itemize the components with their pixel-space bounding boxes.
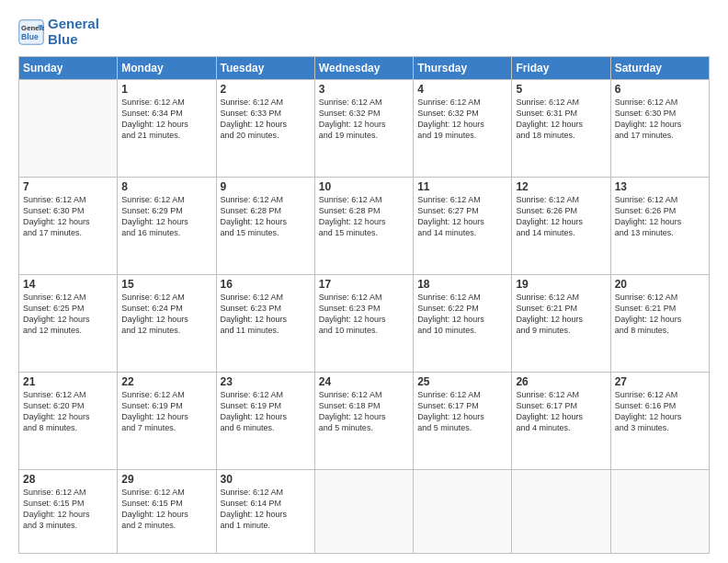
weekday-wednesday: Wednesday <box>314 57 413 80</box>
header: General Blue General Blue <box>18 17 710 47</box>
calendar-cell: 29Sunrise: 6:12 AM Sunset: 6:15 PM Dayli… <box>118 469 216 553</box>
logo-icon: General Blue <box>18 19 44 45</box>
day-number: 29 <box>121 473 211 486</box>
day-info: Sunrise: 6:12 AM Sunset: 6:32 PM Dayligh… <box>417 97 507 142</box>
day-info: Sunrise: 6:12 AM Sunset: 6:30 PM Dayligh… <box>615 97 705 142</box>
calendar-cell: 6Sunrise: 6:12 AM Sunset: 6:30 PM Daylig… <box>610 80 709 178</box>
day-info: Sunrise: 6:12 AM Sunset: 6:21 PM Dayligh… <box>615 292 705 337</box>
logo-general: General <box>48 17 99 32</box>
calendar-cell: 23Sunrise: 6:12 AM Sunset: 6:19 PM Dayli… <box>216 372 314 469</box>
day-number: 17 <box>319 278 409 291</box>
calendar-cell: 16Sunrise: 6:12 AM Sunset: 6:23 PM Dayli… <box>216 274 314 372</box>
day-number: 28 <box>23 473 113 486</box>
calendar-cell: 30Sunrise: 6:12 AM Sunset: 6:14 PM Dayli… <box>216 469 314 553</box>
day-info: Sunrise: 6:12 AM Sunset: 6:19 PM Dayligh… <box>221 389 311 434</box>
day-info: Sunrise: 6:12 AM Sunset: 6:19 PM Dayligh… <box>121 389 211 434</box>
svg-text:Blue: Blue <box>21 31 39 40</box>
calendar-cell: 21Sunrise: 6:12 AM Sunset: 6:20 PM Dayli… <box>19 372 118 469</box>
calendar-cell: 14Sunrise: 6:12 AM Sunset: 6:25 PM Dayli… <box>19 274 118 372</box>
day-info: Sunrise: 6:12 AM Sunset: 6:31 PM Dayligh… <box>516 97 606 142</box>
day-number: 5 <box>516 83 606 96</box>
calendar-cell: 12Sunrise: 6:12 AM Sunset: 6:26 PM Dayli… <box>512 177 610 274</box>
day-info: Sunrise: 6:12 AM Sunset: 6:28 PM Dayligh… <box>319 194 409 239</box>
day-info: Sunrise: 6:12 AM Sunset: 6:18 PM Dayligh… <box>319 389 409 434</box>
calendar-cell <box>610 469 709 553</box>
day-info: Sunrise: 6:12 AM Sunset: 6:22 PM Dayligh… <box>417 292 507 337</box>
day-info: Sunrise: 6:12 AM Sunset: 6:20 PM Dayligh… <box>23 389 113 434</box>
calendar-cell: 15Sunrise: 6:12 AM Sunset: 6:24 PM Dayli… <box>118 274 216 372</box>
calendar-cell: 24Sunrise: 6:12 AM Sunset: 6:18 PM Dayli… <box>314 372 413 469</box>
calendar-cell: 13Sunrise: 6:12 AM Sunset: 6:26 PM Dayli… <box>610 177 709 274</box>
day-info: Sunrise: 6:12 AM Sunset: 6:17 PM Dayligh… <box>417 389 507 434</box>
calendar-cell: 17Sunrise: 6:12 AM Sunset: 6:23 PM Dayli… <box>314 274 413 372</box>
day-number: 1 <box>121 83 211 96</box>
day-number: 3 <box>319 83 409 96</box>
week-row-3: 14Sunrise: 6:12 AM Sunset: 6:25 PM Dayli… <box>19 274 710 372</box>
day-number: 9 <box>221 180 311 193</box>
day-info: Sunrise: 6:12 AM Sunset: 6:21 PM Dayligh… <box>516 292 606 337</box>
day-number: 4 <box>417 83 507 96</box>
day-number: 25 <box>417 375 507 388</box>
day-number: 26 <box>516 375 606 388</box>
calendar-cell <box>512 469 610 553</box>
day-info: Sunrise: 6:12 AM Sunset: 6:29 PM Dayligh… <box>121 194 211 239</box>
day-number: 15 <box>121 278 211 291</box>
calendar-cell: 20Sunrise: 6:12 AM Sunset: 6:21 PM Dayli… <box>610 274 709 372</box>
calendar-cell <box>19 80 118 178</box>
calendar-cell <box>414 469 512 553</box>
calendar-cell: 7Sunrise: 6:12 AM Sunset: 6:30 PM Daylig… <box>19 177 118 274</box>
logo-blue: Blue <box>48 32 99 48</box>
calendar-cell: 22Sunrise: 6:12 AM Sunset: 6:19 PM Dayli… <box>118 372 216 469</box>
calendar-cell: 5Sunrise: 6:12 AM Sunset: 6:31 PM Daylig… <box>512 80 610 178</box>
weekday-tuesday: Tuesday <box>216 57 314 80</box>
day-number: 19 <box>516 278 606 291</box>
day-info: Sunrise: 6:12 AM Sunset: 6:23 PM Dayligh… <box>319 292 409 337</box>
calendar-cell: 11Sunrise: 6:12 AM Sunset: 6:27 PM Dayli… <box>414 177 512 274</box>
day-info: Sunrise: 6:12 AM Sunset: 6:28 PM Dayligh… <box>221 194 311 239</box>
day-info: Sunrise: 6:12 AM Sunset: 6:33 PM Dayligh… <box>221 97 311 142</box>
day-number: 10 <box>319 180 409 193</box>
calendar-cell: 2Sunrise: 6:12 AM Sunset: 6:33 PM Daylig… <box>216 80 314 178</box>
calendar-cell: 8Sunrise: 6:12 AM Sunset: 6:29 PM Daylig… <box>118 177 216 274</box>
day-number: 13 <box>615 180 705 193</box>
day-number: 12 <box>516 180 606 193</box>
week-row-2: 7Sunrise: 6:12 AM Sunset: 6:30 PM Daylig… <box>19 177 710 274</box>
week-row-5: 28Sunrise: 6:12 AM Sunset: 6:15 PM Dayli… <box>19 469 710 553</box>
calendar-cell: 1Sunrise: 6:12 AM Sunset: 6:34 PM Daylig… <box>118 80 216 178</box>
calendar-cell: 27Sunrise: 6:12 AM Sunset: 6:16 PM Dayli… <box>610 372 709 469</box>
day-info: Sunrise: 6:12 AM Sunset: 6:16 PM Dayligh… <box>615 389 705 434</box>
calendar-cell: 18Sunrise: 6:12 AM Sunset: 6:22 PM Dayli… <box>414 274 512 372</box>
day-number: 8 <box>121 180 211 193</box>
calendar-cell: 4Sunrise: 6:12 AM Sunset: 6:32 PM Daylig… <box>414 80 512 178</box>
logo: General Blue General Blue <box>18 17 99 47</box>
day-info: Sunrise: 6:12 AM Sunset: 6:32 PM Dayligh… <box>319 97 409 142</box>
day-number: 30 <box>221 473 311 486</box>
calendar-cell: 3Sunrise: 6:12 AM Sunset: 6:32 PM Daylig… <box>314 80 413 178</box>
weekday-sunday: Sunday <box>19 57 118 80</box>
day-number: 2 <box>221 83 311 96</box>
page: General Blue General Blue SundayMondayTu… <box>0 0 728 563</box>
week-row-1: 1Sunrise: 6:12 AM Sunset: 6:34 PM Daylig… <box>19 80 710 178</box>
day-info: Sunrise: 6:12 AM Sunset: 6:26 PM Dayligh… <box>516 194 606 239</box>
day-number: 14 <box>23 278 113 291</box>
day-info: Sunrise: 6:12 AM Sunset: 6:24 PM Dayligh… <box>121 292 211 337</box>
calendar-cell: 26Sunrise: 6:12 AM Sunset: 6:17 PM Dayli… <box>512 372 610 469</box>
day-info: Sunrise: 6:12 AM Sunset: 6:15 PM Dayligh… <box>121 487 211 532</box>
day-info: Sunrise: 6:12 AM Sunset: 6:15 PM Dayligh… <box>23 487 113 532</box>
day-info: Sunrise: 6:12 AM Sunset: 6:27 PM Dayligh… <box>417 194 507 239</box>
day-info: Sunrise: 6:12 AM Sunset: 6:25 PM Dayligh… <box>23 292 113 337</box>
weekday-saturday: Saturday <box>610 57 709 80</box>
day-number: 6 <box>615 83 705 96</box>
day-number: 7 <box>23 180 113 193</box>
day-info: Sunrise: 6:12 AM Sunset: 6:17 PM Dayligh… <box>516 389 606 434</box>
calendar-cell: 25Sunrise: 6:12 AM Sunset: 6:17 PM Dayli… <box>414 372 512 469</box>
day-number: 24 <box>319 375 409 388</box>
calendar-cell: 28Sunrise: 6:12 AM Sunset: 6:15 PM Dayli… <box>19 469 118 553</box>
day-number: 16 <box>221 278 311 291</box>
day-info: Sunrise: 6:12 AM Sunset: 6:23 PM Dayligh… <box>221 292 311 337</box>
day-number: 11 <box>417 180 507 193</box>
calendar-cell: 19Sunrise: 6:12 AM Sunset: 6:21 PM Dayli… <box>512 274 610 372</box>
day-number: 20 <box>615 278 705 291</box>
calendar-cell <box>314 469 413 553</box>
weekday-monday: Monday <box>118 57 216 80</box>
